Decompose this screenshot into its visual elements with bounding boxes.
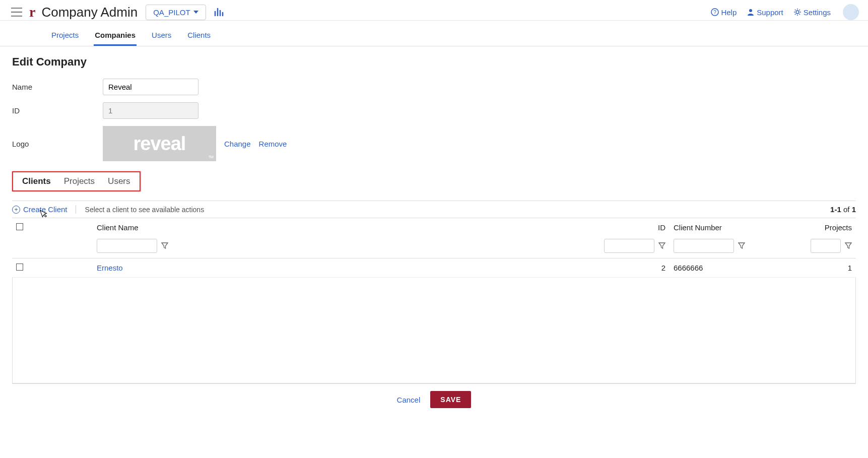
- nav-tabs: Projects Companies Users Clients: [0, 21, 868, 46]
- tab-projects[interactable]: Projects: [50, 26, 80, 46]
- col-header-projects[interactable]: Projects: [780, 218, 856, 237]
- svg-text:?: ?: [714, 10, 717, 15]
- change-logo-button[interactable]: Change: [224, 140, 251, 148]
- filter-icon[interactable]: [658, 242, 665, 249]
- gear-icon: [793, 8, 802, 16]
- filter-id[interactable]: [604, 239, 654, 253]
- sub-tab-users[interactable]: Users: [104, 175, 134, 187]
- form-row-id: ID: [12, 102, 856, 119]
- support-link[interactable]: Support: [747, 8, 783, 17]
- table-empty-space: [12, 278, 856, 383]
- settings-label: Settings: [804, 8, 831, 17]
- form-row-name: Name: [12, 79, 856, 95]
- cell-client-number: 6666666: [670, 258, 780, 278]
- tab-users[interactable]: Users: [151, 26, 172, 46]
- topbar-right: ? Help Support Settings: [711, 4, 859, 20]
- create-client-button[interactable]: + Create Client: [12, 205, 76, 214]
- logo-preview-text: reveal: [133, 133, 186, 155]
- footer-actions: Cancel SAVE: [12, 383, 856, 418]
- analytics-icon[interactable]: [214, 8, 224, 17]
- action-bar: + Create Client Select a client to see a…: [12, 201, 856, 218]
- remove-logo-button[interactable]: Remove: [259, 140, 287, 148]
- logo-preview: reveal TM: [103, 126, 216, 161]
- cell-projects: 1: [780, 258, 856, 278]
- sub-tab-projects[interactable]: Projects: [60, 175, 99, 187]
- client-name-link[interactable]: Ernesto: [97, 264, 123, 272]
- svg-point-3: [796, 11, 799, 14]
- create-client-label: Create Client: [23, 205, 68, 214]
- filter-client-name[interactable]: [97, 239, 157, 253]
- action-hint: Select a client to see available actions: [85, 206, 205, 214]
- sub-tab-clients[interactable]: Clients: [18, 175, 55, 187]
- tab-companies[interactable]: Companies: [94, 26, 137, 46]
- row-checkbox[interactable]: [16, 264, 23, 271]
- filter-icon[interactable]: [738, 242, 745, 249]
- page-body: Edit Company Name ID Logo reveal TM Chan…: [0, 46, 868, 427]
- logo-label: Logo: [12, 140, 103, 148]
- plus-circle-icon: +: [12, 206, 20, 214]
- form-row-logo: Logo reveal TM Change Remove: [12, 126, 856, 161]
- support-icon: [747, 8, 755, 16]
- save-button[interactable]: SAVE: [430, 391, 471, 408]
- brand-logo-icon: r: [29, 4, 35, 20]
- id-label: ID: [12, 106, 103, 115]
- table-row[interactable]: Ernesto 2 6666666 1: [12, 258, 856, 278]
- hamburger-menu-icon[interactable]: [9, 6, 24, 19]
- pager: 1-1 of 1: [830, 205, 856, 214]
- col-header-client-number[interactable]: Client Number: [670, 218, 780, 237]
- support-label: Support: [757, 8, 783, 17]
- svg-point-2: [749, 9, 752, 12]
- help-link[interactable]: ? Help: [711, 8, 737, 17]
- filter-client-number[interactable]: [674, 239, 734, 253]
- logo-tm: TM: [208, 155, 213, 159]
- environment-dropdown-label: QA_PILOT: [153, 8, 190, 17]
- name-field[interactable]: [103, 79, 198, 95]
- pager-total: 1: [852, 205, 856, 214]
- avatar[interactable]: [843, 4, 859, 20]
- caret-down-icon: [193, 11, 198, 14]
- select-all-checkbox[interactable]: [16, 223, 23, 230]
- filter-icon[interactable]: [845, 242, 852, 249]
- filter-icon[interactable]: [161, 242, 168, 249]
- id-field: [103, 102, 198, 119]
- clients-table: Client Name ID Client Number Projects: [12, 218, 856, 278]
- topbar: r Company Admin QA_PILOT ? Help Support …: [0, 0, 868, 21]
- pager-range: 1-1: [830, 205, 841, 214]
- col-header-id[interactable]: ID: [600, 218, 670, 237]
- help-label: Help: [721, 8, 737, 17]
- settings-link[interactable]: Settings: [793, 8, 831, 17]
- tab-clients[interactable]: Clients: [186, 26, 212, 46]
- help-icon: ?: [711, 8, 719, 16]
- sub-tabs: Clients Projects Users: [12, 171, 141, 191]
- filter-projects[interactable]: [811, 239, 841, 253]
- pager-of: of: [841, 205, 852, 214]
- col-header-client-name[interactable]: Client Name: [93, 218, 600, 237]
- app-title: Company Admin: [41, 5, 138, 20]
- cancel-button[interactable]: Cancel: [397, 396, 421, 404]
- page-title: Edit Company: [12, 55, 856, 69]
- environment-dropdown[interactable]: QA_PILOT: [146, 5, 206, 20]
- col-header-check: [12, 218, 93, 237]
- cell-id: 2: [600, 258, 670, 278]
- name-label: Name: [12, 83, 103, 91]
